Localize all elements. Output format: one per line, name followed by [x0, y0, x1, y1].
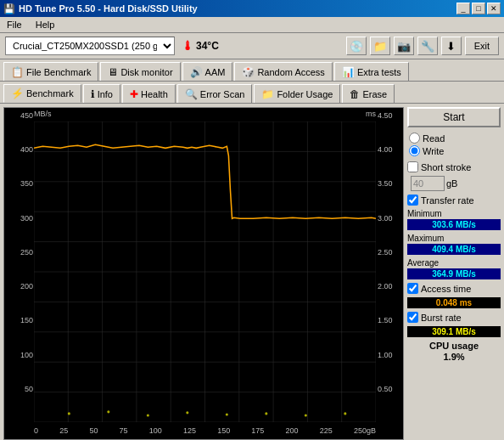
xlabel-125: 125 — [183, 426, 196, 435]
write-radio-label[interactable]: Write — [409, 145, 499, 156]
tab-folder-usage[interactable]: 📁 Folder Usage — [254, 84, 340, 103]
random-access-icon: 🎲 — [242, 66, 255, 78]
tab-extra-tests[interactable]: 📊 Extra tests — [334, 62, 409, 81]
down-icon-btn[interactable]: ⬇ — [441, 37, 462, 55]
tab-info[interactable]: ℹ Info — [83, 84, 120, 103]
info-icon: ℹ — [91, 88, 95, 100]
chart-inner — [34, 121, 376, 422]
burst-rate-checkbox-label[interactable]: Burst rate — [407, 312, 501, 323]
start-button[interactable]: Start — [407, 107, 501, 127]
tab-health[interactable]: ✚ Health — [122, 84, 176, 103]
ylabel-right-450: 4.50 — [378, 111, 401, 120]
health-icon: ✚ — [130, 88, 138, 100]
folder-usage-icon: 📁 — [261, 88, 274, 100]
tab-benchmark-label: Benchmark — [26, 88, 74, 99]
erase-icon: 🗑 — [350, 88, 360, 100]
tab-erase[interactable]: 🗑 Erase — [342, 84, 395, 103]
tab-disk-monitor[interactable]: 🖥 Disk monitor — [100, 62, 180, 81]
read-radio[interactable] — [409, 133, 420, 144]
exit-button[interactable]: Exit — [465, 37, 499, 55]
menu-file[interactable]: File — [3, 19, 25, 31]
folder-icon-btn[interactable]: 📁 — [370, 37, 390, 55]
short-stroke-label: Short stroke — [421, 162, 471, 172]
ylabel-50: 50 — [6, 385, 33, 393]
tab-health-label: Health — [141, 89, 168, 99]
ylabel-250: 250 — [6, 248, 33, 257]
xlabel-25: 25 — [59, 426, 68, 435]
ylabel-150: 150 — [6, 316, 33, 324]
chart-ylabel-right-top: ms — [366, 110, 376, 118]
short-stroke-checkbox[interactable] — [407, 161, 418, 172]
tab-info-label: Info — [98, 89, 113, 99]
tab-aam-label: AAM — [205, 67, 226, 77]
maximize-button[interactable]: □ — [472, 3, 485, 14]
transfer-rate-checkbox-label[interactable]: Transfer rate — [407, 195, 501, 206]
write-radio[interactable] — [409, 145, 420, 156]
tab-random-access[interactable]: 🎲 Random Access — [234, 62, 332, 81]
cpu-usage-value: 1.9% — [407, 352, 501, 362]
access-time-value: 0.048 ms — [407, 297, 501, 308]
stroke-spinbox[interactable] — [411, 176, 445, 191]
title-bar: 💾 HD Tune Pro 5.50 - Hard Disk/SSD Utili… — [0, 0, 504, 17]
disk-select[interactable]: Crucial_CT250MX200SSD1 (250 gB) — [5, 37, 175, 55]
thermometer-icon: 🌡 — [182, 39, 193, 53]
tab-error-scan[interactable]: 🔍 Error Scan — [177, 84, 253, 103]
svg-point-22 — [68, 412, 70, 415]
file-benchmark-icon: 📋 — [11, 66, 24, 78]
toolbar: Crucial_CT250MX200SSD1 (250 gB) 🌡 34°C 💿… — [0, 33, 504, 59]
tab-extra-tests-label: Extra tests — [357, 67, 401, 77]
average-stat: Average 364.9 MB/s — [407, 258, 501, 279]
hdd-icon-btn[interactable]: 💿 — [346, 37, 367, 55]
tools-icon-btn[interactable]: 🔧 — [417, 37, 438, 55]
tab-file-benchmark[interactable]: 📋 File Benchmark — [3, 62, 98, 81]
xlabel-75: 75 — [120, 426, 128, 435]
ylabel-right-350: 3.50 — [378, 179, 401, 188]
burst-rate-checkbox[interactable] — [407, 312, 418, 323]
access-time-label: Access time — [421, 284, 471, 294]
transfer-rate-checkbox[interactable] — [407, 195, 418, 206]
tab-file-benchmark-label: File Benchmark — [26, 67, 91, 77]
access-time-checkbox[interactable] — [407, 283, 418, 294]
menu-help[interactable]: Help — [32, 19, 59, 31]
write-label: Write — [423, 146, 444, 156]
xlabel-250gb: 250gB — [354, 426, 376, 435]
xlabel-175: 175 — [251, 426, 264, 435]
chart-ylabel-top: MB/s — [34, 110, 52, 118]
access-time-checkbox-label[interactable]: Access time — [407, 283, 501, 294]
minimize-button[interactable]: _ — [456, 3, 470, 14]
close-button[interactable]: ✕ — [487, 3, 501, 14]
stroke-unit: gB — [446, 178, 457, 189]
maximum-value: 409.4 MB/s — [407, 244, 501, 255]
tab-folder-usage-label: Folder Usage — [277, 89, 333, 99]
svg-point-28 — [305, 414, 307, 416]
short-stroke-checkbox-label[interactable]: Short stroke — [407, 161, 501, 172]
xlabel-50: 50 — [89, 426, 98, 435]
average-value: 364.9 MB/s — [407, 268, 501, 279]
toolbar-icons: 💿 📁 📷 🔧 ⬇ Exit — [346, 37, 499, 55]
ylabel-right-150: 1.50 — [378, 316, 401, 324]
cpu-usage-label: CPU usage — [407, 341, 501, 351]
title-bar-left: 💾 HD Tune Pro 5.50 - Hard Disk/SSD Utili… — [3, 3, 198, 14]
ylabel-300: 300 — [6, 214, 33, 223]
camera-icon-btn[interactable]: 📷 — [394, 37, 414, 55]
xlabel-150: 150 — [217, 426, 230, 435]
ylabel-200: 200 — [6, 282, 33, 291]
ylabel-right-300: 3.00 — [378, 214, 401, 223]
xlabel-200: 200 — [286, 426, 299, 435]
window-title: HD Tune Pro 5.50 - Hard Disk/SSD Utility — [19, 3, 198, 14]
read-radio-label[interactable]: Read — [409, 133, 499, 144]
tab-benchmark[interactable]: ⚡ Benchmark — [3, 84, 81, 103]
read-label: Read — [423, 133, 445, 144]
tab-disk-monitor-label: Disk monitor — [120, 67, 172, 77]
radio-group: Read Write — [407, 131, 501, 158]
tab-erase-label: Erase — [362, 89, 387, 99]
minimum-value: 303.6 MB/s — [407, 219, 501, 230]
temperature-value: 34°C — [196, 40, 219, 52]
tab-aam[interactable]: 🔊 AAM — [182, 62, 233, 81]
menu-bar: File Help — [0, 17, 504, 33]
burst-rate-value: 309.1 MB/s — [407, 326, 501, 337]
tab-random-access-label: Random Access — [257, 67, 324, 77]
tab-error-scan-label: Error Scan — [200, 89, 245, 99]
chart-labels-left: 450 400 350 300 250 200 150 100 50 — [4, 108, 34, 422]
temperature-display: 🌡 34°C — [182, 39, 219, 53]
